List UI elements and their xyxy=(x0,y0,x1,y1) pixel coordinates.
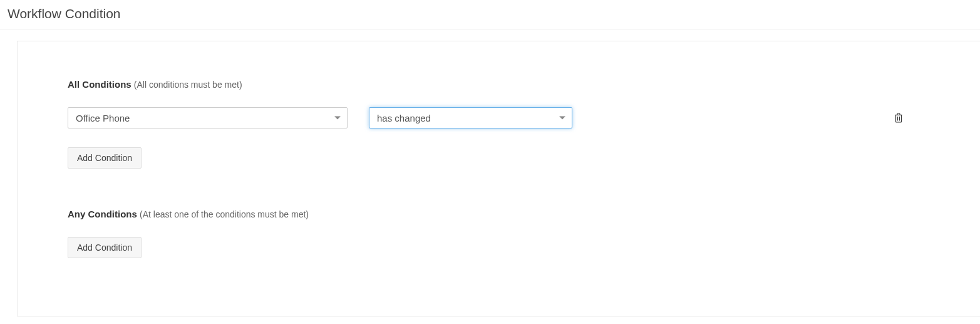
delete-condition-button[interactable] xyxy=(892,112,905,124)
operator-select-value: has changed xyxy=(377,113,431,123)
any-conditions-hint: (At least one of the conditions must be … xyxy=(140,209,309,219)
all-conditions-hint: (All conditions must be met) xyxy=(134,80,242,90)
page-title: Workflow Condition xyxy=(8,6,972,21)
chevron-down-icon xyxy=(334,117,341,120)
all-conditions-title: All Conditions (All conditions must be m… xyxy=(68,79,930,90)
add-condition-all-button[interactable]: Add Condition xyxy=(68,147,142,169)
operator-select[interactable]: has changed xyxy=(369,107,572,128)
any-conditions-title: Any Conditions (At least one of the cond… xyxy=(68,209,930,219)
chevron-down-icon xyxy=(559,117,565,120)
field-select-value: Office Phone xyxy=(76,113,130,123)
trash-icon xyxy=(894,113,903,123)
field-select[interactable]: Office Phone xyxy=(68,107,348,128)
condition-row: Office Phone has changed xyxy=(68,107,930,128)
page-header: Workflow Condition xyxy=(0,0,980,29)
add-condition-any-button[interactable]: Add Condition xyxy=(68,237,142,258)
all-conditions-label: All Conditions xyxy=(68,79,132,90)
workflow-condition-panel: All Conditions (All conditions must be m… xyxy=(17,41,980,316)
any-conditions-label: Any Conditions xyxy=(68,209,137,219)
